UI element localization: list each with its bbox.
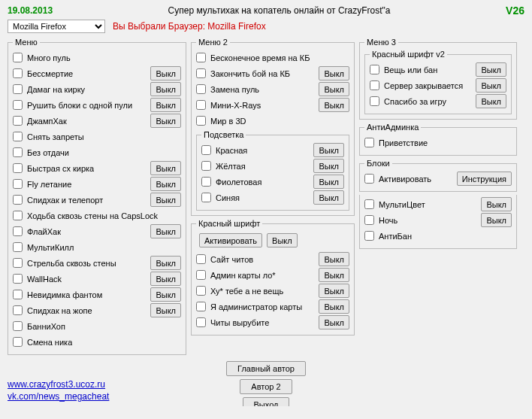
option-checkbox-label[interactable]: Без отдачи [13,147,181,157]
option-checkbox[interactable] [13,163,23,173]
redfont-activate-button[interactable]: Активировать [199,233,262,247]
off-button[interactable]: Выкл [476,94,506,108]
option-checkbox[interactable] [13,258,23,268]
option-checkbox[interactable] [13,337,23,347]
option-checkbox-label[interactable]: Замена пуль [196,84,316,94]
off-button[interactable]: Выкл [476,78,506,93]
off-button[interactable]: Выкл [313,159,344,173]
option-checkbox-label[interactable]: Дамаг на кирку [13,84,147,94]
option-checkbox-label[interactable]: Спидхак на жопе [13,305,147,315]
option-checkbox-label[interactable]: Ху* тебе а не вещь [196,286,316,296]
option-checkbox[interactable] [196,286,206,296]
option-checkbox[interactable] [364,138,374,147]
off-button[interactable]: Выкл [319,315,349,329]
option-checkbox[interactable] [364,231,374,241]
option-checkbox[interactable] [370,96,379,106]
option-checkbox[interactable] [364,174,374,184]
option-checkbox[interactable] [370,80,379,90]
option-checkbox[interactable] [196,116,206,126]
option-checkbox-label[interactable]: Админ карты ло* [196,270,316,280]
option-checkbox[interactable] [196,317,206,327]
option-checkbox-label[interactable]: Фиолетовая [201,177,310,187]
option-checkbox[interactable] [13,100,23,110]
option-checkbox[interactable] [196,100,206,110]
option-checkbox-label[interactable]: Активировать [364,174,454,184]
option-checkbox-label[interactable]: Стрельба сквозь стены [13,258,147,268]
option-checkbox-label[interactable]: МультиКилл [13,242,181,252]
option-checkbox[interactable] [13,179,23,189]
option-checkbox[interactable] [196,53,206,62]
option-checkbox[interactable] [13,321,23,331]
option-checkbox-label[interactable]: Смена ника [13,337,181,347]
option-checkbox-label[interactable]: Сервер закрывается [370,80,473,90]
option-checkbox-label[interactable]: Fly летание [13,179,147,189]
option-checkbox[interactable] [196,68,206,78]
option-checkbox-label[interactable]: Бессмертие [13,68,147,78]
off-button[interactable]: Выкл [150,224,181,238]
option-checkbox-label[interactable]: БанниХоп [13,321,181,331]
option-checkbox[interactable] [364,199,374,209]
option-checkbox-label[interactable]: Спидхак и телепорт [13,195,147,205]
off-button[interactable]: Выкл [150,98,181,112]
off-button[interactable]: Выкл [319,299,349,314]
main-author-button[interactable]: Главный автор [226,361,306,376]
redfont-off-button[interactable]: Выкл [267,233,298,247]
option-checkbox-label[interactable]: Ночь [364,215,478,225]
off-button[interactable]: Выкл [313,175,344,189]
option-checkbox-label[interactable]: Невидимка фантом [13,290,147,299]
off-button[interactable]: Выкл [481,213,512,227]
off-button[interactable]: Выкл [150,256,181,270]
option-checkbox[interactable] [196,84,206,94]
option-checkbox-label[interactable]: Мир в 3D [196,116,349,126]
off-button[interactable]: Выкл [481,197,512,211]
option-checkbox-label[interactable]: Сайт читов [196,254,316,264]
option-checkbox-label[interactable]: ФлайХак [13,226,147,236]
option-checkbox[interactable] [196,270,206,280]
off-button[interactable]: Выкл [313,190,344,205]
off-button[interactable]: Выкл [150,177,181,191]
option-checkbox[interactable] [13,116,23,126]
option-checkbox[interactable] [13,211,23,220]
option-checkbox[interactable] [13,84,23,94]
off-button[interactable]: Выкл [150,114,181,128]
site-link[interactable]: www.crazyfrost3.ucoz.ru [8,379,105,390]
option-checkbox[interactable] [13,242,23,252]
option-checkbox-label[interactable]: Бесконечное время на КБ [196,53,349,62]
option-checkbox-label[interactable]: Приветствие [364,138,512,147]
option-checkbox-label[interactable]: Я администратор карты [196,302,316,311]
option-checkbox-label[interactable]: Мини-X-Rays [196,100,316,110]
off-button[interactable]: Выкл [319,268,349,282]
option-checkbox-label[interactable]: Снять запреты [13,132,181,141]
off-button[interactable]: Выкл [319,284,349,298]
option-checkbox[interactable] [196,302,206,311]
off-button[interactable]: Выкл [150,272,181,286]
option-checkbox-label[interactable]: ДжампХак [13,116,147,126]
option-checkbox[interactable] [13,290,23,299]
option-checkbox-label[interactable]: Читы вырубите [196,317,316,327]
browser-select[interactable]: Mozilla Firefox [8,20,105,33]
vk-link[interactable]: vk.com/news_megacheat [8,391,109,402]
option-checkbox[interactable] [13,226,23,236]
off-button[interactable]: Выкл [150,193,181,207]
off-button[interactable]: Выкл [319,252,349,266]
off-button[interactable]: Выкл [150,303,181,317]
option-checkbox[interactable] [13,53,23,62]
option-checkbox-label[interactable]: Жёлтая [201,161,310,171]
option-checkbox[interactable] [201,177,211,187]
option-checkbox[interactable] [13,132,23,141]
off-button[interactable]: Выкл [476,62,506,77]
option-checkbox[interactable] [201,161,211,171]
option-checkbox-label[interactable]: Спасибо за игру [370,96,473,106]
option-checkbox-label[interactable]: WallHack [13,274,147,284]
off-button[interactable]: Выкл [150,161,181,175]
option-checkbox[interactable] [13,195,23,205]
off-button[interactable]: Выкл [319,66,349,80]
option-checkbox-label[interactable]: Много пуль [13,53,181,62]
option-checkbox-label[interactable]: Вещь или бан [370,65,473,74]
option-checkbox-label[interactable]: АнтиБан [364,231,512,241]
option-checkbox[interactable] [13,68,23,78]
option-checkbox[interactable] [370,65,379,74]
option-checkbox-label[interactable]: Синяя [201,193,310,202]
off-button[interactable]: Выкл [150,82,181,96]
off-button[interactable]: Выкл [150,66,181,80]
